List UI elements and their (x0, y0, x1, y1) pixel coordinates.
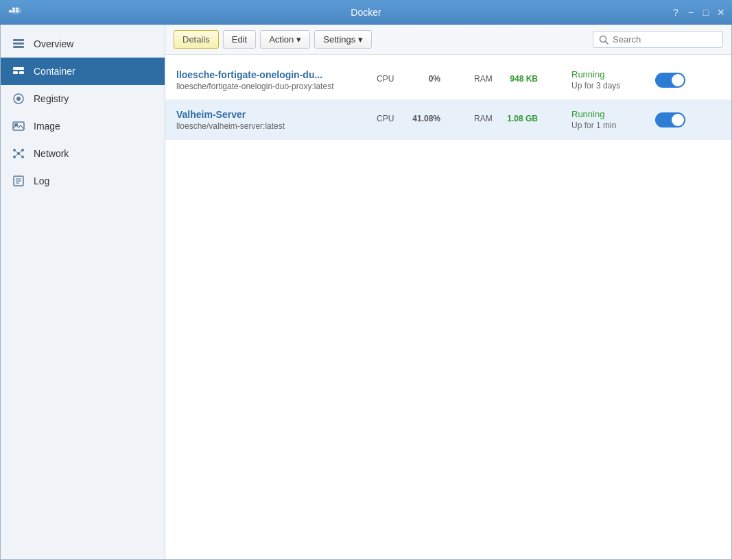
maximize-button[interactable]: □ (700, 7, 711, 18)
container-image-1: lloesche/fortigate-onelogin-duo-proxy:la… (176, 82, 368, 91)
svg-rect-13 (13, 122, 24, 130)
edit-button[interactable]: Edit (223, 30, 256, 49)
settings-button[interactable]: Settings ▾ (314, 30, 372, 49)
metrics-ram-1: RAM 948 KB (474, 74, 563, 86)
toggle-switch-2[interactable] (655, 112, 685, 127)
table-row[interactable]: Valheim-Server lloesche/valheim-server:l… (165, 100, 731, 140)
content-area: Details Edit Action ▾ Settings ▾ (165, 25, 731, 559)
toolbar: Details Edit Action ▾ Settings ▾ (165, 25, 731, 55)
svg-line-21 (19, 150, 23, 154)
sidebar-item-image[interactable]: Image (1, 112, 165, 140)
network-icon (12, 147, 25, 160)
svg-rect-6 (13, 42, 24, 45)
status-block-1: Running Up for 3 days (571, 69, 647, 90)
metrics-cpu-1: CPU 0% (377, 74, 466, 86)
metrics-cpu-2: CPU 41.08% (377, 114, 466, 126)
app-title: Docker (351, 7, 381, 18)
container-list: lloesche-fortigate-onelogin-du... lloesc… (165, 55, 731, 559)
table-row[interactable]: lloesche-fortigate-onelogin-du... lloesc… (165, 60, 731, 100)
close-button[interactable]: ✕ (716, 7, 727, 18)
ram-metric-row-1: RAM 948 KB (474, 74, 563, 84)
main-container: Overview Container Registry (0, 25, 732, 560)
log-icon (12, 174, 25, 188)
sidebar-label-image: Image (34, 121, 60, 132)
toggle-switch-1[interactable] (655, 73, 685, 88)
status-running-1: Running (571, 69, 647, 80)
svg-rect-8 (13, 67, 24, 70)
container-icon (12, 64, 25, 78)
minimize-button[interactable]: − (685, 7, 696, 18)
ram-value-1: 948 KB (500, 74, 538, 84)
app-logo (7, 4, 23, 21)
action-chevron-icon: ▾ (296, 34, 301, 45)
settings-chevron-icon: ▾ (358, 34, 363, 45)
svg-line-22 (14, 154, 19, 157)
ram-label-1: RAM (474, 74, 495, 84)
toggle-knob-1 (672, 74, 684, 86)
cpu-label-1: CPU (377, 74, 397, 84)
ram-label-2: RAM (474, 114, 495, 123)
sidebar-label-network: Network (34, 148, 69, 159)
action-button[interactable]: Action ▾ (260, 30, 310, 49)
svg-line-29 (606, 41, 609, 44)
container-info-1: lloesche-fortigate-onelogin-du... lloesc… (176, 69, 368, 91)
container-name-1: lloesche-fortigate-onelogin-du... (176, 69, 362, 80)
search-box (593, 31, 723, 48)
sidebar-item-container[interactable]: Container (1, 58, 165, 85)
sidebar-item-overview[interactable]: Overview (1, 30, 165, 58)
status-uptime-2: Up for 1 min (571, 121, 647, 130)
sidebar-label-overview: Overview (34, 38, 73, 49)
svg-rect-5 (13, 39, 24, 41)
container-image-2: lloesche/valheim-server:latest (176, 121, 368, 131)
sidebar-item-log[interactable]: Log (1, 167, 165, 195)
svg-rect-7 (13, 46, 24, 48)
container-name-2: Valheim-Server (176, 109, 362, 120)
cpu-value-2: 41.08% (403, 114, 440, 123)
sidebar-item-registry[interactable]: Registry (1, 85, 165, 112)
status-block-2: Running Up for 1 min (571, 109, 647, 130)
metrics-ram-2: RAM 1.08 GB (474, 114, 563, 126)
svg-point-12 (16, 97, 21, 101)
svg-rect-10 (19, 71, 24, 74)
ram-metric-row-2: RAM 1.08 GB (474, 114, 563, 123)
status-running-2: Running (571, 109, 647, 119)
container-info-2: Valheim-Server lloesche/valheim-server:l… (176, 109, 368, 131)
svg-line-23 (19, 154, 23, 157)
toggle-knob-2 (672, 114, 684, 126)
cpu-metric-row-2: CPU 41.08% (377, 114, 466, 123)
ram-value-2: 1.08 GB (500, 114, 538, 123)
svg-rect-9 (13, 71, 18, 74)
overview-icon (12, 37, 25, 51)
image-icon (12, 119, 25, 133)
sidebar-label-registry: Registry (34, 93, 69, 104)
title-bar: Docker ? − □ ✕ (0, 0, 732, 25)
cpu-label-2: CPU (377, 114, 397, 123)
details-button[interactable]: Details (174, 30, 219, 49)
search-icon (599, 35, 609, 45)
registry-icon (12, 92, 25, 106)
search-input[interactable] (613, 34, 716, 45)
status-uptime-1: Up for 3 days (571, 81, 647, 90)
cpu-value-1: 0% (403, 74, 440, 84)
svg-line-20 (14, 150, 19, 154)
sidebar-label-container: Container (34, 66, 75, 77)
cpu-metric-row-1: CPU 0% (377, 74, 466, 84)
sidebar-label-log: Log (34, 175, 49, 186)
sidebar-item-network[interactable]: Network (1, 140, 165, 167)
sidebar: Overview Container Registry (1, 25, 165, 559)
window-controls: ? − □ ✕ (670, 7, 727, 18)
help-button[interactable]: ? (670, 7, 681, 18)
